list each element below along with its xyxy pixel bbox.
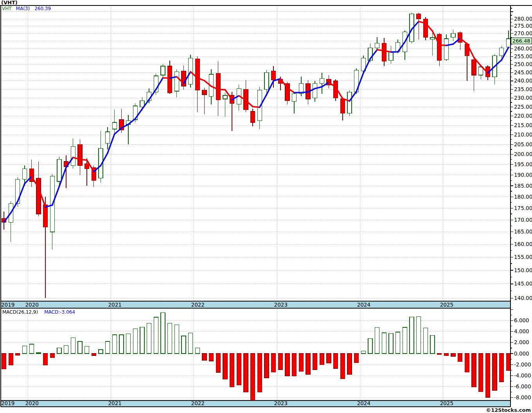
legend-ma-value: 260.39	[34, 6, 51, 11]
svg-text:255.00: 255.00	[514, 53, 532, 59]
year-axis-bands: 2019201920202020202120212022202220232023…	[1, 301, 510, 407]
svg-text:185.00: 185.00	[514, 183, 532, 189]
svg-text:2023: 2023	[274, 400, 288, 406]
last-price-badge: 266.48	[511, 38, 532, 44]
legend-symbol: VHT	[2, 6, 12, 11]
svg-text:2021: 2021	[108, 302, 122, 308]
svg-text:140.00: 140.00	[514, 295, 532, 301]
stock-chart-page: 2019201920202020202120212022202220232023…	[0, 0, 532, 413]
macd-axis: 6.0004.0002.0000.000-2.000-4.000-6.000-8…	[510, 309, 531, 400]
svg-text:260.00: 260.00	[514, 45, 532, 52]
legend-ma-label: MA(3)	[16, 6, 30, 11]
svg-text:170.00: 170.00	[514, 217, 532, 223]
svg-text:-4.000: -4.000	[514, 372, 531, 379]
page-title: (VHT)	[1, 0, 18, 5]
svg-text:-2.000: -2.000	[514, 361, 531, 368]
svg-text:4.000: 4.000	[514, 328, 529, 334]
svg-text:155.00: 155.00	[514, 254, 532, 260]
svg-text:2021: 2021	[108, 400, 122, 406]
svg-text:200.00: 200.00	[514, 151, 532, 157]
svg-text:220.00: 220.00	[514, 113, 532, 119]
svg-text:2024: 2024	[357, 302, 370, 308]
svg-text:230.00: 230.00	[514, 95, 532, 101]
svg-text:2019: 2019	[1, 400, 14, 406]
svg-text:250.00: 250.00	[514, 61, 532, 67]
svg-text:0.000: 0.000	[514, 350, 529, 357]
svg-text:235.00: 235.00	[514, 86, 532, 92]
candlesticks	[2, 13, 511, 298]
svg-text:180.00: 180.00	[514, 194, 532, 200]
svg-text:205.00: 205.00	[514, 141, 532, 147]
svg-text:2024: 2024	[357, 400, 370, 406]
svg-text:2.000: 2.000	[514, 339, 529, 345]
svg-text:165.00: 165.00	[514, 228, 532, 235]
svg-text:270.00: 270.00	[514, 30, 532, 36]
svg-text:280.00: 280.00	[514, 16, 532, 22]
svg-text:275.00: 275.00	[514, 23, 532, 29]
svg-text:2020: 2020	[25, 302, 39, 308]
svg-text:160.00: 160.00	[514, 241, 532, 247]
svg-text:2023: 2023	[274, 302, 288, 308]
svg-text:-6.000: -6.000	[514, 383, 531, 390]
copyright-watermark: ©12Stocks.com	[486, 407, 531, 413]
svg-text:145.00: 145.00	[514, 280, 532, 287]
price-axis: 280.00275.00270.00260.00255.00250.00245.…	[510, 8, 532, 301]
macd-legend-value: MACD:-3.064	[44, 309, 75, 315]
chart-canvas: 2019201920202020202120212022202220232023…	[0, 0, 532, 413]
svg-text:195.00: 195.00	[514, 161, 532, 167]
macd-legend: MACD(26,12,9)MACD:-3.064	[2, 309, 75, 315]
svg-text:2020: 2020	[25, 400, 39, 406]
svg-text:6.000: 6.000	[514, 317, 529, 323]
svg-text:175.00: 175.00	[514, 205, 532, 211]
svg-text:245.00: 245.00	[514, 69, 532, 75]
svg-text:240.00: 240.00	[514, 77, 532, 84]
svg-text:190.00: 190.00	[514, 172, 532, 178]
svg-text:150.00: 150.00	[514, 267, 532, 273]
svg-text:215.00: 215.00	[514, 122, 532, 128]
svg-text:210.00: 210.00	[514, 131, 532, 138]
svg-text:2022: 2022	[191, 302, 205, 308]
svg-text:2025: 2025	[440, 400, 453, 406]
ma3-line	[4, 22, 509, 222]
svg-text:2019: 2019	[1, 302, 14, 308]
svg-text:225.00: 225.00	[514, 104, 532, 110]
svg-text:2025: 2025	[440, 302, 453, 308]
macd-histogram	[2, 313, 511, 400]
svg-text:-8.000: -8.000	[514, 394, 531, 400]
svg-text:2022: 2022	[191, 400, 205, 406]
price-legend: VHTMA(3)260.39	[2, 6, 51, 11]
macd-legend-name: MACD(26,12,9)	[2, 309, 38, 315]
